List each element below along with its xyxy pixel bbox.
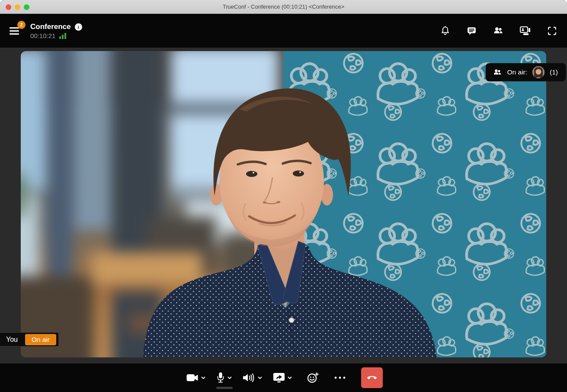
minimize-window-button[interactable] <box>15 4 20 10</box>
main-video-tile[interactable] <box>21 51 546 357</box>
titlebar: TrueConf - Conference (00:10:21) <Confer… <box>0 0 567 14</box>
layout-icon <box>519 26 531 36</box>
on-air-label: On air: <box>507 68 528 76</box>
fullscreen-icon <box>547 26 557 36</box>
on-air-count: (1) <box>550 68 558 76</box>
participants-button[interactable] <box>493 25 504 36</box>
bell-icon <box>440 26 451 36</box>
chevron-down-icon[interactable] <box>258 376 262 379</box>
reaction-smiley-icon <box>307 372 319 383</box>
camera-icon <box>186 373 199 382</box>
reactions-button[interactable] <box>305 370 320 385</box>
hamburger-icon <box>10 27 19 29</box>
self-video-label: You On air <box>0 332 59 347</box>
notifications-button[interactable] <box>440 26 451 36</box>
chat-icon <box>466 26 477 36</box>
speaker-icon <box>243 373 255 382</box>
video-stage: On air: (1) You On air <box>0 48 567 363</box>
microphone-icon <box>216 372 225 384</box>
chat-button[interactable] <box>466 26 477 36</box>
zoom-window-button[interactable] <box>24 4 29 10</box>
mic-level-indicator <box>216 387 233 389</box>
more-button[interactable] <box>332 374 348 381</box>
microphone-button[interactable] <box>215 370 234 386</box>
chevron-down-icon[interactable] <box>288 376 292 379</box>
chevron-down-icon[interactable] <box>201 376 205 379</box>
hangup-button[interactable] <box>361 367 383 388</box>
conference-title: Conference <box>30 22 71 31</box>
on-air-status-badge: On air <box>25 334 56 345</box>
conference-timer: 00:10:21 <box>30 32 55 39</box>
camera-button[interactable] <box>185 372 207 384</box>
self-name: You <box>6 336 18 344</box>
hangup-phone-icon <box>366 373 378 382</box>
connection-signal-icon <box>59 33 66 39</box>
participants-icon <box>493 67 502 77</box>
notification-count-badge: 2 <box>17 21 26 29</box>
window-title: TrueConf - Conference (00:10:21) <Confer… <box>0 3 567 10</box>
main-menu-button[interactable]: 2 <box>10 26 21 36</box>
speaker-button[interactable] <box>241 371 264 384</box>
screen-share-icon <box>273 373 285 383</box>
close-window-button[interactable] <box>6 4 11 10</box>
chevron-down-icon[interactable] <box>227 376 232 379</box>
speaker-person <box>21 51 546 357</box>
fullscreen-button[interactable] <box>547 26 557 36</box>
control-bar <box>0 363 567 392</box>
info-icon[interactable]: i <box>75 23 82 31</box>
conference-header: 2 Conference i 00:10:21 <box>0 14 567 48</box>
app-window: TrueConf - Conference (00:10:21) <Confer… <box>0 0 567 392</box>
layout-button[interactable] <box>519 26 531 36</box>
ellipsis-icon <box>334 376 346 379</box>
traffic-lights <box>6 0 29 14</box>
screen-share-button[interactable] <box>271 371 294 385</box>
participants-icon <box>493 25 504 36</box>
on-air-panel[interactable]: On air: (1) <box>486 63 566 81</box>
participant-avatar[interactable] <box>532 66 545 78</box>
